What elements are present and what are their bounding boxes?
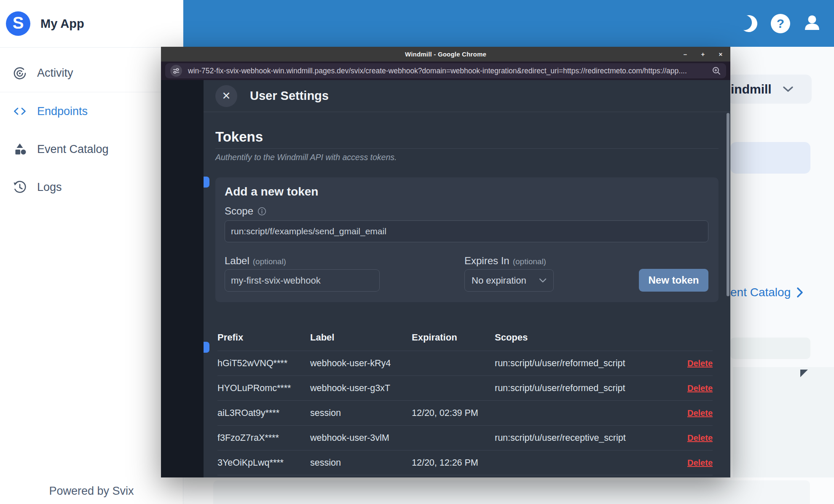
tokens-heading: Tokens	[215, 129, 719, 149]
expires-value: No expiration	[472, 275, 526, 286]
expires-select[interactable]: No expiration	[464, 269, 554, 292]
workspace-dropdown[interactable]: indmill	[727, 75, 812, 104]
dark-mode-moon-icon[interactable]	[737, 11, 761, 35]
background-bottom-panel	[213, 480, 810, 504]
chevron-down-icon	[783, 86, 794, 92]
modal-scrollbar[interactable]	[727, 113, 729, 296]
history-clock-icon	[13, 180, 27, 194]
table-row: aiL3ROat9y****session12/20, 02:39 PMDele…	[217, 401, 713, 426]
user-profile-icon[interactable]	[802, 13, 822, 35]
cell-label: session	[310, 408, 412, 418]
app-title: My App	[40, 17, 84, 31]
window-title: Windmill - Google Chrome	[405, 51, 486, 58]
cell-label: webhook-user-g3xT	[310, 383, 412, 394]
expires-label: Expires In	[464, 255, 510, 266]
powered-by-svix: Powered by Svix	[0, 485, 183, 498]
tokens-table: Prefix Label Expiration Scopes hGiT52wVN…	[217, 324, 713, 475]
delete-link[interactable]: Delete	[655, 433, 713, 443]
cell-prefix: 3YeOiKpLwq****	[217, 458, 310, 468]
sidebar-item-endpoints[interactable]: Endpoints	[0, 92, 183, 130]
panel-corner-marker	[800, 370, 808, 377]
close-window-button[interactable]: ×	[717, 51, 724, 58]
cell-scopes: run:script/u/user/reformed_script	[495, 383, 655, 394]
sidebar-item-activity[interactable]: Activity	[0, 54, 183, 92]
user-settings-modal: ✕ User Settings Tokens Authentify to the…	[204, 80, 730, 477]
zoom-icon[interactable]	[712, 66, 721, 75]
scope-label: Scope	[225, 205, 253, 217]
maximize-button[interactable]: +	[699, 51, 707, 58]
cell-label: webhook-user-kRy4	[310, 358, 412, 369]
cell-prefix: f3FzoZ7raX****	[217, 433, 310, 443]
app-sidebar: S My App Activity Endpoints Event	[0, 0, 183, 504]
svix-logo: S	[6, 11, 30, 36]
delete-link[interactable]: Delete	[655, 383, 713, 393]
workspace-name: indmill	[731, 82, 772, 97]
close-icon[interactable]: ✕	[215, 85, 237, 107]
app-brand: S My App	[0, 0, 183, 48]
new-token-button[interactable]: New token	[639, 269, 708, 292]
chevron-right-icon	[796, 287, 803, 298]
add-token-heading: Add a new token	[225, 185, 318, 198]
scope-input[interactable]: run:script/f/examples/send_gmail_email	[225, 220, 708, 242]
cell-expiration: 12/20, 12:26 PM	[412, 458, 495, 468]
table-row: hGiT52wVNQ****webhook-user-kRy4run:scrip…	[217, 351, 713, 376]
modal-title: User Settings	[250, 89, 329, 103]
cell-label: session	[310, 458, 412, 468]
header-expiration: Expiration	[412, 332, 495, 343]
window-titlebar[interactable]: Windmill - Google Chrome – + ×	[161, 47, 730, 62]
tokens-subheading: Authentify to the Windmill API with acce…	[215, 153, 719, 162]
site-settings-icon[interactable]	[170, 65, 182, 77]
delete-link[interactable]: Delete	[655, 408, 713, 418]
cell-scopes: run:script/u/user/reformed_script	[495, 358, 655, 369]
sidebar-item-logs[interactable]: Logs	[0, 168, 183, 206]
shapes-icon	[13, 142, 27, 156]
code-icon	[13, 104, 27, 118]
sidebar-item-event-catalog[interactable]: Event Catalog	[0, 130, 183, 168]
delete-link[interactable]: Delete	[655, 359, 713, 368]
table-header-row: Prefix Label Expiration Scopes	[217, 324, 713, 351]
cell-label: webhook-user-3vlM	[310, 433, 412, 443]
label-label: Label	[225, 255, 249, 266]
browser-toolbar: win-752-fix-svix-webhook-win.windmill.pa…	[161, 62, 730, 80]
header-label: Label	[310, 332, 412, 343]
table-row: HYOLuPRomc****webhook-user-g3xTrun:scrip…	[217, 376, 713, 401]
table-row: 3YeOiKpLwq****session12/20, 12:26 PMDele…	[217, 450, 713, 475]
address-bar[interactable]: win-752-fix-svix-webhook-win.windmill.pa…	[165, 63, 726, 78]
info-icon[interactable]	[257, 207, 266, 216]
table-row: f3FzoZ7raX****webhook-user-3vlMrun:scrip…	[217, 426, 713, 450]
dimmed-page-strip	[161, 80, 204, 477]
chrome-window: Windmill - Google Chrome – + × win-752-f…	[161, 47, 730, 477]
label-input[interactable]: my-first-svix-webhook	[225, 269, 380, 292]
background-button-fragment	[204, 177, 209, 188]
background-button-fragment	[204, 342, 209, 353]
url-text: win-752-fix-svix-webhook-win.windmill.pa…	[188, 67, 707, 75]
add-token-card: Add a new token Scope run:script/f/examp…	[215, 177, 719, 302]
event-catalog-link[interactable]: ent Catalog	[730, 286, 803, 299]
cell-expiration: 12/20, 02:39 PM	[412, 408, 495, 418]
minimize-button[interactable]: –	[681, 51, 689, 58]
header-prefix: Prefix	[217, 332, 310, 343]
app-topbar: ?	[183, 0, 834, 47]
cell-prefix: HYOLuPRomc****	[217, 383, 310, 394]
background-row	[730, 338, 810, 359]
label-optional: (optional)	[253, 257, 286, 266]
modal-header: ✕ User Settings	[204, 80, 730, 112]
cell-prefix: hGiT52wVNQ****	[217, 358, 310, 369]
delete-link[interactable]: Delete	[655, 458, 713, 468]
help-icon[interactable]: ?	[771, 14, 790, 33]
background-highlight-row	[730, 142, 810, 174]
cell-scopes: run:script/u/user/receptive_script	[495, 433, 655, 443]
chevron-down-icon	[539, 278, 547, 283]
activity-icon	[13, 66, 27, 80]
cell-prefix: aiL3ROat9y****	[217, 408, 310, 418]
expires-optional: (optional)	[513, 257, 546, 266]
header-scopes: Scopes	[495, 332, 655, 343]
